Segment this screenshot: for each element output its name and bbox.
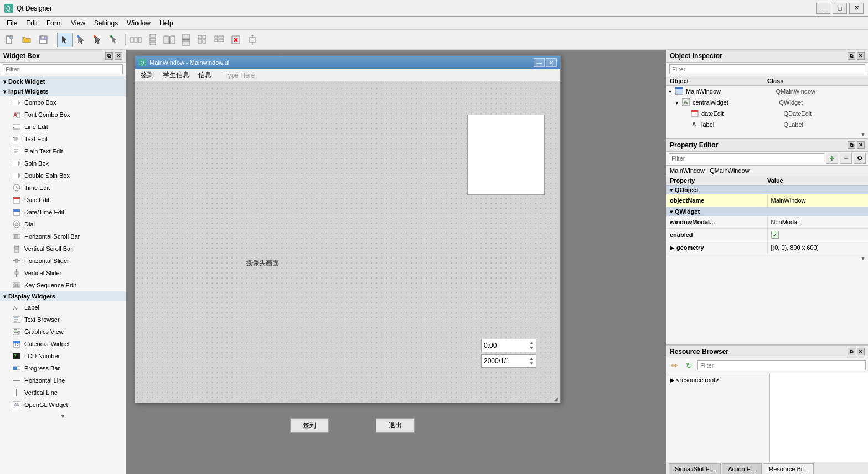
widget-item-progressbar[interactable]: Progress Bar [0,362,126,374]
widget-item-doublespinbox[interactable]: Double Spin Box [0,169,126,182]
widget-item-verticalline[interactable]: Vertical Line [0,387,126,399]
category-input-widgets[interactable]: Input Widgets [0,86,126,96]
obj-row-label[interactable]: ▾ A label QLabel [666,119,868,130]
prop-remove-btn[interactable]: − [840,153,852,164]
resource-refresh-btn[interactable]: ↻ [683,360,695,371]
widget-item-textbrowser[interactable]: Text Browser [0,313,126,326]
resource-edit-pencil[interactable]: ✏ [669,360,681,371]
resource-root-item[interactable]: ▶ <resource root> [669,375,767,385]
toolbar-mode-pointer[interactable] [57,33,73,47]
inner-menu-signin[interactable]: 签到 [137,69,157,81]
toolbar-layout-grid[interactable] [195,33,210,47]
toolbar-open-button[interactable] [19,33,34,47]
toolbar-mode-signal[interactable] [90,33,106,47]
prop-group-qobject[interactable]: QObject [666,186,868,194]
prop-row-geometry[interactable]: ▶ geometry [(0, 0), 800 x 600] [666,241,868,254]
canvas-date-edit[interactable]: 2000/1/1 ▲▼ [481,354,536,368]
menu-view[interactable]: View [66,18,90,28]
prop-enabled-checkbox[interactable]: ✓ [771,231,779,239]
prop-group-qwidget[interactable]: QWidget [666,207,868,216]
inner-menu-placeholder[interactable]: Type Here [217,70,262,81]
toolbar-new-button[interactable] [2,33,18,47]
obj-row-centralwidget[interactable]: ▾ W centralwidget QWidget [666,97,868,108]
widget-item-horizontalline[interactable]: Horizontal Line [0,374,126,387]
canvas-time-edit[interactable]: 0:00 ▲▼ [481,339,536,352]
widget-item-lineedit[interactable]: Line Edit [0,121,126,133]
widget-item-openglwidget[interactable]: OpenGL Widget [0,399,126,411]
obj-inspector-close[interactable]: ✕ [857,52,865,60]
widget-item-plaintextedit[interactable]: Plain Text Edit [0,145,126,157]
prop-editor-close[interactable]: ✕ [857,141,865,149]
widget-item-dateedit[interactable]: Date Edit [0,194,126,206]
canvas[interactable]: 摄像头画面 0:00 ▲▼ 2000/1/1 ▲▼ [135,81,560,403]
toolbar-layout-splitter-h[interactable] [162,33,177,47]
obj-inspector-float[interactable]: ⧉ [848,52,855,60]
toolbar-adjust-size[interactable] [245,33,260,47]
minimize-button[interactable]: — [816,3,830,14]
toolbar-mode-buddy[interactable] [107,33,122,47]
prop-add-btn[interactable]: + [826,153,838,164]
canvas-exit-button[interactable]: 退出 [376,418,415,433]
prop-row-windowmodal[interactable]: windowModal... NonModal [666,216,868,229]
tab-resource-browser[interactable]: Resource Br... [763,463,814,474]
widget-item-vslider[interactable]: Vertical Slider [0,267,126,279]
widget-item-keysequenceedit[interactable]: Key Sequence Edit [0,279,126,291]
design-area[interactable]: Q MainWindow - Mainwindow.ui — ✕ 签到 学生信息… [126,50,666,474]
prop-row-objectname[interactable]: objectName MainWindow [666,194,868,207]
widget-item-combobox[interactable]: Combo Box [0,96,126,109]
widget-item-vscrollbar[interactable]: Vertical Scroll Bar [0,243,126,255]
widget-item-calendarwidget[interactable]: 12 Calendar Widget [0,338,126,350]
widget-item-timeedit[interactable]: Time Edit [0,182,126,194]
widget-box-float[interactable]: ⧉ [105,52,113,60]
date-arrows[interactable]: ▲▼ [529,356,534,366]
close-button[interactable]: ✕ [849,3,864,14]
widget-item-hscrollbar[interactable]: Horizontal Scroll Bar [0,230,126,243]
geometry-expand[interactable]: ▶ [670,245,676,251]
menu-window[interactable]: Window [122,18,155,28]
tab-action-editor[interactable]: Action E... [722,463,762,474]
prop-row-enabled[interactable]: enabled ✓ [666,229,868,241]
widget-item-dial[interactable]: Dial [0,218,126,230]
menu-form[interactable]: Form [42,18,66,28]
widget-item-lcdnumber[interactable]: 7 LCD Number [0,350,126,362]
widget-box-close[interactable]: ✕ [115,52,122,60]
prop-windowmodal-value[interactable]: NonModal [768,216,869,228]
tab-signal-slot[interactable]: Signal/Slot E... [669,463,721,474]
canvas-signin-button[interactable]: 签到 [290,418,329,433]
prop-filter-input[interactable] [669,153,824,163]
inner-minimize-btn[interactable]: — [534,58,545,67]
widget-item-hslider[interactable]: Horizontal Slider [0,255,126,267]
resource-browser-float[interactable]: ⧉ [848,348,855,356]
resize-handle[interactable]: ◢ [554,396,559,401]
menu-file[interactable]: File [2,18,22,28]
inner-menu-info[interactable]: 信息 [195,69,215,81]
widget-item-spinbox[interactable]: Spin Box [0,157,126,169]
widget-item-textedit[interactable]: Text Edit [0,133,126,145]
prop-enabled-value[interactable]: ✓ [768,229,869,241]
widget-item-graphicsview[interactable]: Graphics View [0,326,126,338]
menu-help[interactable]: Help [155,18,178,28]
prop-editor-float[interactable]: ⧉ [848,141,855,149]
toolbar-layout-form[interactable] [211,33,227,47]
obj-inspector-filter-input[interactable] [669,64,865,74]
time-arrows[interactable]: ▲▼ [529,341,534,351]
widget-item-datetimeedit[interactable]: Date/Time Edit [0,206,126,218]
toolbar-mode-edit[interactable] [74,33,89,47]
obj-row-mainwindow[interactable]: ▾ MainWindow QMainWindow [666,86,868,97]
menu-settings[interactable]: Settings [90,18,122,28]
toolbar-layout-splitter-v[interactable] [178,33,194,47]
obj-row-dateedit[interactable]: ▾ dateEdit QDateEdit [666,108,868,119]
widget-filter-input[interactable] [3,64,123,74]
expand-mainwindow[interactable]: ▾ [669,89,675,95]
widget-item-fontcombobox[interactable]: A Font Combo Box [0,109,126,121]
inner-close-btn[interactable]: ✕ [546,58,557,67]
category-display-widgets[interactable]: Display Widgets [0,291,126,301]
widget-item-label[interactable]: A Label [0,301,126,313]
category-dock-widget[interactable]: Dock Widget [0,76,126,86]
menu-edit[interactable]: Edit [22,18,42,28]
toolbar-layout-vbox[interactable] [145,33,161,47]
toolbar-layout-hbox[interactable] [128,33,144,47]
resource-tree[interactable]: ▶ <resource root> [666,373,770,462]
maximize-button[interactable]: □ [833,3,847,14]
inner-menu-student[interactable]: 学生信息 [159,69,193,81]
